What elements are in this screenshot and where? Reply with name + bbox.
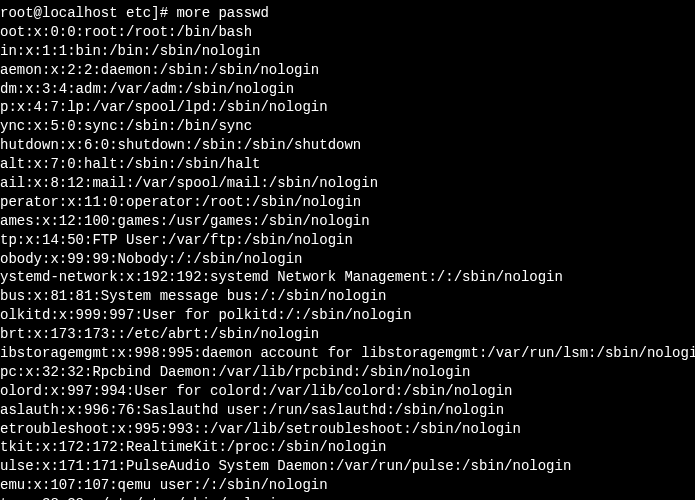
file-line: ystemd-network:x:192:192:systemd Network…	[0, 268, 695, 287]
file-line: alt:x:7:0:halt:/sbin:/sbin/halt	[0, 155, 695, 174]
file-line: tp:x:38:38::/etc/ntp:/sbin/nologin	[0, 495, 695, 500]
file-line: ail:x:8:12:mail:/var/spool/mail:/sbin/no…	[0, 174, 695, 193]
file-line: in:x:1:1:bin:/bin:/sbin/nologin	[0, 42, 695, 61]
file-line: oot:x:0:0:root:/root:/bin/bash	[0, 23, 695, 42]
terminal-output[interactable]: root@localhost etc]# more passwd oot:x:0…	[0, 4, 695, 500]
file-line: aslauth:x:996:76:Saslauthd user:/run/sas…	[0, 401, 695, 420]
file-line: ames:x:12:100:games:/usr/games:/sbin/nol…	[0, 212, 695, 231]
file-line: perator:x:11:0:operator:/root:/sbin/nolo…	[0, 193, 695, 212]
file-line: tkit:x:172:172:RealtimeKit:/proc:/sbin/n…	[0, 438, 695, 457]
file-line: obody:x:99:99:Nobody:/:/sbin/nologin	[0, 250, 695, 269]
file-line: ibstoragemgmt:x:998:995:daemon account f…	[0, 344, 695, 363]
file-line: ulse:x:171:171:PulseAudio System Daemon:…	[0, 457, 695, 476]
file-line: olord:x:997:994:User for colord:/var/lib…	[0, 382, 695, 401]
file-line: dm:x:3:4:adm:/var/adm:/sbin/nologin	[0, 80, 695, 99]
file-line: hutdown:x:6:0:shutdown:/sbin:/sbin/shutd…	[0, 136, 695, 155]
file-line: olkitd:x:999:997:User for polkitd:/:/sbi…	[0, 306, 695, 325]
file-line: tp:x:14:50:FTP User:/var/ftp:/sbin/nolog…	[0, 231, 695, 250]
file-line: bus:x:81:81:System message bus:/:/sbin/n…	[0, 287, 695, 306]
file-line: aemon:x:2:2:daemon:/sbin:/sbin/nologin	[0, 61, 695, 80]
prompt-line: root@localhost etc]# more passwd	[0, 4, 695, 23]
file-line: ync:x:5:0:sync:/sbin:/bin/sync	[0, 117, 695, 136]
file-line: etroubleshoot:x:995:993::/var/lib/setrou…	[0, 420, 695, 439]
file-line: brt:x:173:173::/etc/abrt:/sbin/nologin	[0, 325, 695, 344]
file-line: p:x:4:7:lp:/var/spool/lpd:/sbin/nologin	[0, 98, 695, 117]
file-line: pc:x:32:32:Rpcbind Daemon:/var/lib/rpcbi…	[0, 363, 695, 382]
file-line: emu:x:107:107:qemu user:/:/sbin/nologin	[0, 476, 695, 495]
